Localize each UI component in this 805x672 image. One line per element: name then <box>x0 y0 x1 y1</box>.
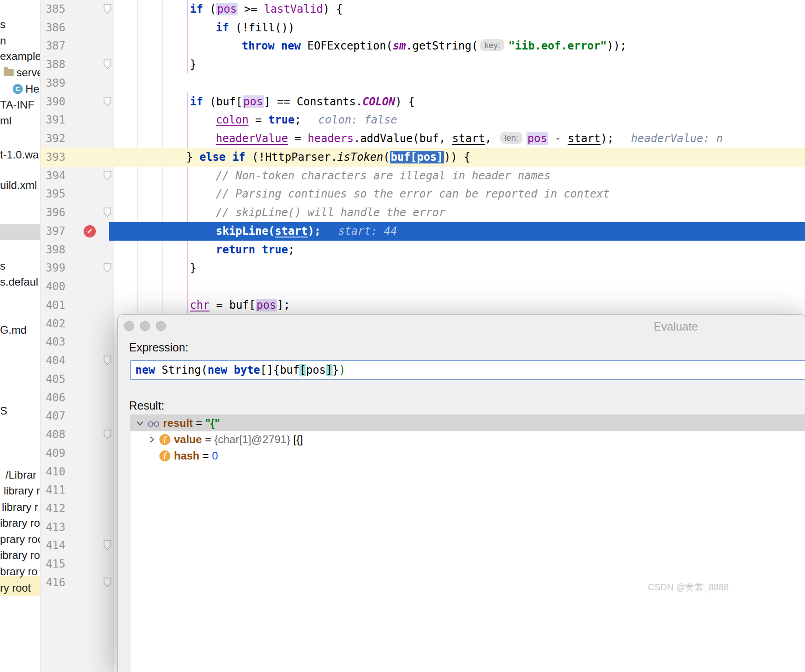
code-token: if <box>190 3 203 15</box>
line-number[interactable]: 404 <box>40 351 65 370</box>
line-number[interactable]: 401 <box>40 296 65 315</box>
close-button[interactable] <box>124 321 134 331</box>
code-token: (!fill()) <box>229 21 295 34</box>
line-number[interactable]: 416 <box>40 573 65 592</box>
code-token: {char[1]@2791} <box>214 433 290 446</box>
line-number[interactable]: 410 <box>40 463 65 481</box>
expression-input[interactable]: new String(new byte[]{buf[pos]}) <box>130 360 805 380</box>
line-number[interactable]: 390 <box>40 93 65 111</box>
line-number[interactable]: 415 <box>40 555 65 573</box>
line-number[interactable]: 403 <box>40 333 65 351</box>
project-tree-item[interactable]: ry root <box>0 581 31 595</box>
fold-marker-icon[interactable] <box>104 4 111 14</box>
line-number[interactable]: 406 <box>40 389 65 407</box>
line-number[interactable]: 413 <box>40 518 65 537</box>
line-number[interactable]: 392 <box>40 129 65 148</box>
code-line-385: if (pos >= lastValid) { <box>190 0 343 19</box>
project-tree-item[interactable]: s <box>0 17 5 32</box>
code-token: ] <box>326 364 332 376</box>
line-number[interactable]: 402 <box>40 315 65 333</box>
line-number[interactable]: 411 <box>40 481 65 499</box>
line-number[interactable]: 389 <box>40 74 65 93</box>
project-tree-item[interactable]: servel <box>4 65 40 80</box>
breakpoint-verified-icon[interactable]: ✓ <box>84 225 96 237</box>
line-number[interactable]: 396 <box>40 203 65 222</box>
line-number[interactable]: 405 <box>40 370 65 389</box>
fold-marker-icon[interactable] <box>104 540 111 550</box>
line-number[interactable]: 385 <box>40 0 65 19</box>
project-tree-item[interactable]: ibrary ro <box>0 516 40 530</box>
line-number[interactable]: 414 <box>40 536 65 555</box>
project-item-label: G.md <box>0 323 27 337</box>
line-number[interactable]: 388 <box>40 55 65 74</box>
line-number[interactable]: 398 <box>40 241 65 259</box>
chevron-down-icon[interactable] <box>135 418 145 428</box>
code-line-392: headerValue = headers.addValue(buf, star… <box>216 129 723 148</box>
result-tree-row-hash[interactable]: fhash = 0 <box>130 448 805 464</box>
line-number[interactable]: 397 <box>40 222 65 241</box>
zoom-button[interactable] <box>156 321 166 331</box>
fold-marker-icon[interactable] <box>104 97 111 106</box>
project-tree-item[interactable]: library r <box>4 484 40 498</box>
project-tree-item[interactable]: library r <box>2 500 38 514</box>
code-line-395: // Parsing continues so the error can be… <box>216 185 610 203</box>
project-tree-item[interactable]: G.md <box>0 323 27 337</box>
line-number[interactable]: 400 <box>40 277 65 296</box>
project-tree-item[interactable]: prary roo <box>0 532 40 547</box>
code-token: isToken <box>337 151 383 163</box>
line-number[interactable]: 391 <box>40 111 65 129</box>
fold-marker-icon[interactable] <box>104 578 111 587</box>
project-tree-selected-row[interactable] <box>0 224 40 240</box>
fold-marker-icon[interactable] <box>104 171 111 180</box>
code-token: ; <box>288 243 294 256</box>
code-token: ; <box>294 114 301 126</box>
code-token: // Non-token characters are illegal in h… <box>216 169 551 182</box>
fold-marker-icon[interactable] <box>104 208 111 217</box>
code-token: .getString( <box>406 40 478 52</box>
project-tree-item[interactable]: uild.xml <box>0 178 37 193</box>
project-tree-item[interactable]: n <box>0 34 6 48</box>
project-tree-item[interactable]: TA-INF <box>0 98 35 112</box>
fold-marker-icon[interactable] <box>104 59 111 69</box>
project-tree-item[interactable]: s.defaul <box>0 275 38 289</box>
line-number[interactable]: 387 <box>40 37 65 55</box>
line-number[interactable]: 386 <box>40 19 65 37</box>
debugger-inline-value: start: 44 <box>338 225 397 237</box>
project-item-label: He <box>25 82 40 96</box>
project-item-label: ibrary ro <box>0 548 40 563</box>
fold-marker-icon[interactable] <box>104 430 111 439</box>
result-tree-row-value[interactable]: fvalue = {char[1]@2791} [{] <box>130 431 805 448</box>
project-tree-item[interactable]: ml <box>0 114 11 128</box>
line-number[interactable]: 409 <box>40 444 65 463</box>
dialog-title: Evaluate <box>654 320 698 333</box>
line-number[interactable]: 395 <box>40 185 65 203</box>
variable-name: result <box>163 417 193 430</box>
project-tree-item[interactable]: /Librar <box>5 468 36 482</box>
line-number[interactable]: 408 <box>40 425 65 444</box>
chevron-right-icon[interactable] <box>147 435 157 445</box>
result-tree-row-result[interactable]: result = "{" <box>130 415 805 431</box>
line-number[interactable]: 394 <box>40 167 65 185</box>
fold-marker-icon[interactable] <box>104 356 111 365</box>
project-tree-item[interactable]: ibrary ro <box>0 548 40 563</box>
code-token: ); <box>601 132 614 145</box>
code-token <box>274 40 281 52</box>
project-tree-item[interactable]: s <box>0 259 5 273</box>
fold-marker-icon[interactable] <box>104 263 111 272</box>
minimize-button[interactable] <box>140 321 150 331</box>
class-icon: C <box>13 84 23 94</box>
result-tree: result = "{"fvalue = {char[1]@2791} [{]f… <box>130 415 805 672</box>
line-number[interactable]: 412 <box>40 499 65 518</box>
code-line-401: chr = buf[pos]; <box>190 296 290 315</box>
code-token: ) <box>339 364 345 376</box>
project-tree-item[interactable]: brary ro <box>0 564 38 579</box>
project-tree-item[interactable]: t-1.0.wa <box>0 148 39 162</box>
project-tree-item[interactable]: CHe <box>13 82 40 96</box>
project-tree-item[interactable]: S <box>0 404 7 418</box>
line-number[interactable]: 399 <box>40 259 65 277</box>
project-tree-item[interactable]: example <box>0 49 40 64</box>
line-number[interactable]: 393 <box>40 148 65 167</box>
line-number[interactable]: 407 <box>40 407 65 425</box>
code-line-398: return true; <box>216 241 294 259</box>
code-token: start <box>452 132 485 145</box>
